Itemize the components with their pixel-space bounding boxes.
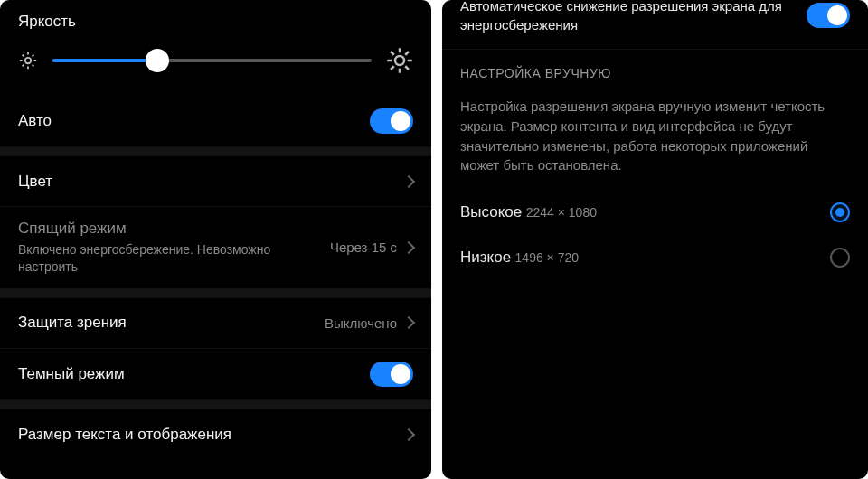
svg-point-9 <box>395 56 404 65</box>
brightness-slider-thumb[interactable] <box>146 49 169 72</box>
svg-line-15 <box>405 66 409 70</box>
svg-line-7 <box>23 65 24 67</box>
auto-brightness-toggle[interactable] <box>370 108 413 134</box>
resolution-radio-low[interactable] <box>830 248 850 268</box>
brightness-slider-fill <box>52 59 157 62</box>
svg-line-5 <box>23 55 24 57</box>
resolution-option-low[interactable]: Низкое 1496 × 720 <box>442 235 868 280</box>
text-size-label: Размер текста и отображения <box>18 426 404 444</box>
divider <box>0 289 431 298</box>
sleep-mode-value: Через 15 с <box>330 240 397 255</box>
smart-resolution-sub: Автоматическое снижение разрешения экран… <box>460 0 782 33</box>
brightness-section: Яркость <box>0 0 431 96</box>
chevron-right-icon <box>402 316 415 329</box>
brightness-slider-row <box>18 42 413 83</box>
divider <box>0 147 431 156</box>
svg-line-6 <box>33 65 34 67</box>
smart-resolution-toggle[interactable] <box>807 3 850 28</box>
manual-section-header: НАСТРОЙКА ВРУЧНУЮ <box>442 50 868 88</box>
resolution-option-high[interactable]: Высокое 2244 × 1080 <box>442 190 868 235</box>
resolution-option-value: 2244 × 1080 <box>526 205 597 220</box>
eye-protection-value: Выключено <box>325 315 397 331</box>
chevron-right-icon <box>402 428 415 441</box>
color-label: Цвет <box>18 173 404 191</box>
sleep-mode-sub: Включено энергосбережение. Невозможно на… <box>18 241 330 276</box>
dark-mode-label: Темный режим <box>18 365 370 383</box>
eye-protection-row[interactable]: Защита зрения Выключено <box>0 298 431 349</box>
resolution-option-label: Высокое <box>460 203 522 221</box>
resolution-radio-high[interactable] <box>830 202 850 222</box>
brightness-slider[interactable] <box>52 59 372 62</box>
sleep-mode-row[interactable]: Спящий режим Включено энергосбережение. … <box>0 207 431 289</box>
sleep-mode-label: Спящий режим <box>18 220 330 238</box>
svg-line-14 <box>391 52 394 55</box>
svg-line-8 <box>33 55 34 57</box>
chevron-right-icon <box>402 241 415 254</box>
svg-point-0 <box>25 58 31 63</box>
color-row[interactable]: Цвет <box>0 156 431 207</box>
resolution-option-value: 1496 × 720 <box>515 250 579 265</box>
brightness-label: Яркость <box>18 5 413 42</box>
divider <box>0 400 431 409</box>
manual-section-desc: Настройка разрешения экрана вручную изме… <box>442 88 868 190</box>
resolution-settings-panel: Умное разрешение Автоматическое снижение… <box>442 0 868 479</box>
dark-mode-toggle[interactable] <box>370 362 413 387</box>
resolution-option-label: Низкое <box>460 249 511 266</box>
brightness-high-icon <box>386 47 413 74</box>
brightness-low-icon <box>18 51 38 70</box>
eye-protection-label: Защита зрения <box>18 314 325 332</box>
auto-brightness-label: Авто <box>18 112 370 130</box>
chevron-right-icon <box>402 174 415 187</box>
svg-line-16 <box>391 66 394 70</box>
dark-mode-row[interactable]: Темный режим <box>0 349 431 400</box>
text-size-row[interactable]: Размер текста и отображения <box>0 409 431 460</box>
display-settings-panel: Яркость <box>0 0 431 479</box>
smart-resolution-row[interactable]: Автоматическое снижение разрешения экран… <box>442 0 868 50</box>
svg-line-17 <box>405 52 409 55</box>
auto-brightness-row[interactable]: Авто <box>0 96 431 147</box>
